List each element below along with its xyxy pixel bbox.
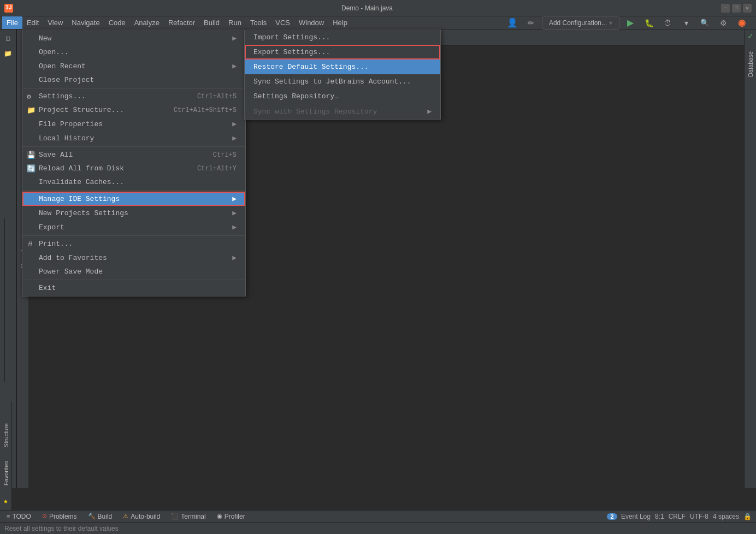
git-icon[interactable]: ✏	[523, 15, 539, 31]
menu-open-recent[interactable]: Open Recent ▶	[22, 59, 245, 73]
menu-tools[interactable]: Tools	[246, 16, 271, 29]
minimize-button[interactable]: –	[721, 4, 730, 13]
vertical-labels-panel	[4, 218, 16, 382]
menu-build[interactable]: Build	[199, 16, 224, 29]
status-auto-build[interactable]: ⚠ Auto-build	[121, 511, 162, 522]
settings-menu-icon: ⚙	[27, 92, 31, 101]
status-todo[interactable]: ≡ TODO	[4, 511, 33, 522]
menu-refactor[interactable]: Refactor	[164, 16, 199, 29]
menu-section-2: ⚙ Settings... Ctrl+Alt+S 📁 Project Struc…	[22, 88, 245, 147]
left-vertical-labels: Structure Favorites ★	[0, 401, 12, 510]
sync-repo-arrow-icon: ▶	[427, 107, 432, 116]
new-arrow-icon: ▶	[232, 34, 237, 43]
run-button[interactable]: ▶	[623, 15, 638, 31]
menu-save-all[interactable]: 💾 Save All Ctrl+S	[22, 148, 245, 162]
menu-section-5: 🖨 Print... Add to Favorites ▶ Power Save…	[22, 236, 245, 280]
menu-code[interactable]: Code	[104, 16, 130, 29]
menu-analyze[interactable]: Analyze	[130, 16, 164, 29]
project-structure-icon: 📁	[27, 106, 36, 115]
status-terminal[interactable]: ⬛ Terminal	[169, 511, 208, 522]
submenu-import-settings[interactable]: Import Settings...	[245, 30, 440, 45]
menu-section-3: 💾 Save All Ctrl+S 🔄 Reload All from Disk…	[22, 147, 245, 191]
menu-help[interactable]: Help	[328, 16, 352, 29]
menu-section-4: Manage IDE Settings ▶ New Projects Setti…	[22, 191, 245, 236]
debug-button[interactable]: 🐛	[641, 15, 657, 31]
search-everywhere-button[interactable]: 🔍	[697, 15, 712, 31]
submenu-sync-repo[interactable]: Sync with Settings Repository ▶	[245, 104, 440, 119]
structure-label[interactable]: Structure	[2, 421, 10, 450]
title-bar-title: Demo - Main.java	[341, 4, 393, 12]
menu-export[interactable]: Export ▶	[22, 220, 245, 234]
print-icon: 🖨	[27, 240, 34, 248]
menu-window[interactable]: Window	[294, 16, 328, 29]
menu-local-history[interactable]: Local History ▶	[22, 131, 245, 145]
account-icon[interactable]: 👤	[505, 15, 520, 31]
file-properties-arrow-icon: ▶	[232, 120, 237, 128]
local-history-arrow-icon: ▶	[232, 134, 237, 143]
menu-edit[interactable]: Edit	[22, 16, 43, 29]
menu-power-save[interactable]: Power Save Mode	[22, 265, 245, 278]
auto-build-icon: ⚠	[123, 513, 128, 520]
menu-file-properties[interactable]: File Properties ▶	[22, 117, 245, 131]
database-label[interactable]: Database	[747, 51, 754, 77]
encoding: UTF-8	[690, 513, 708, 520]
coverage-button[interactable]: ⏱	[660, 15, 675, 31]
sidebar-icon-2[interactable]: 📁	[2, 47, 15, 60]
menu-settings[interactable]: ⚙ Settings... Ctrl+Alt+S	[22, 90, 245, 103]
menu-close-project[interactable]: Close Project	[22, 73, 245, 87]
file-menu-dropdown: New ▶ Open... Open Recent ▶ Close Projec…	[22, 29, 246, 296]
app-icon: IJ	[4, 4, 13, 13]
line-ending: CRLF	[669, 513, 686, 520]
todo-icon: ≡	[7, 513, 10, 520]
new-projects-arrow-icon: ▶	[232, 209, 237, 217]
sidebar-icon-1[interactable]: ◫	[2, 32, 15, 45]
menu-vcs[interactable]: VCS	[271, 16, 294, 29]
menu-invalidate-caches[interactable]: Invalidate Caches...	[22, 175, 245, 189]
indent: 4 spaces	[713, 513, 739, 520]
favorites-label[interactable]: Favorites	[2, 459, 10, 488]
submenu-restore-defaults[interactable]: Restore Default Settings...	[245, 60, 440, 74]
submenu-sync-jetbrains[interactable]: Sync Settings to JetBrains Account...	[245, 74, 440, 89]
menu-open[interactable]: Open...	[22, 45, 245, 59]
open-recent-arrow-icon: ▶	[232, 62, 237, 70]
status-build[interactable]: 🔨 Build	[86, 511, 115, 522]
reload-icon: 🔄	[27, 164, 36, 173]
menu-run[interactable]: Run	[224, 16, 246, 29]
status-bar: ≡ TODO ⊙ Problems 🔨 Build ⚠ Auto-build ⬛…	[0, 510, 756, 522]
menu-add-to-favorites[interactable]: Add to Favorites ▶	[22, 251, 245, 265]
status-problems[interactable]: ⊙ Problems	[40, 511, 79, 522]
title-bar-controls: – □ ✕	[721, 4, 752, 13]
status-profiler[interactable]: ◉ Profiler	[215, 511, 247, 522]
menu-reload[interactable]: 🔄 Reload All from Disk Ctrl+Alt+Y	[22, 162, 245, 175]
hint-text: Reset all settings to their default valu…	[4, 525, 119, 532]
cursor-position: 8:1	[655, 513, 664, 520]
submenu-settings-repo[interactable]: Settings Repository…	[245, 89, 440, 104]
title-bar: IJ Demo - Main.java – □ ✕	[0, 0, 756, 16]
profiler-icon: ◉	[217, 513, 222, 520]
menu-manage-ide-settings[interactable]: Manage IDE Settings ▶	[22, 192, 245, 206]
favorites-star-icon: ★	[3, 496, 8, 506]
settings-button[interactable]: ⚙	[716, 15, 731, 31]
terminal-icon: ⬛	[171, 513, 179, 520]
check-mark-icon: ✓	[747, 32, 754, 40]
menu-project-structure[interactable]: 📁 Project Structure... Ctrl+Alt+Shift+S	[22, 103, 245, 117]
menu-print[interactable]: 🖨 Print...	[22, 237, 245, 251]
menu-new-projects-settings[interactable]: New Projects Settings ▶	[22, 206, 245, 220]
event-log-badge[interactable]: 2 Event Log	[607, 513, 651, 520]
close-button[interactable]: ✕	[743, 4, 752, 13]
menu-exit[interactable]: Exit	[22, 281, 245, 295]
maximize-button[interactable]: □	[732, 4, 741, 13]
manage-ide-arrow-icon: ▶	[232, 194, 237, 203]
menu-new[interactable]: New ▶	[22, 31, 245, 45]
add-configuration-button[interactable]: Add Configuration... ▾	[542, 16, 619, 29]
save-icon: 💾	[27, 151, 36, 159]
menu-file[interactable]: File	[2, 16, 22, 29]
menu-view[interactable]: View	[43, 16, 67, 29]
dropdown-button[interactable]: ▾	[678, 15, 694, 31]
hint-bar: Reset all settings to their default valu…	[0, 522, 756, 534]
submenu-export-settings[interactable]: Export Settings...	[245, 45, 440, 60]
export-arrow-icon: ▶	[232, 223, 237, 232]
menu-section-1: New ▶ Open... Open Recent ▶ Close Projec…	[22, 30, 245, 88]
menu-navigate[interactable]: Navigate	[67, 16, 104, 29]
jetbrains-icon[interactable]: ◉	[734, 15, 749, 31]
